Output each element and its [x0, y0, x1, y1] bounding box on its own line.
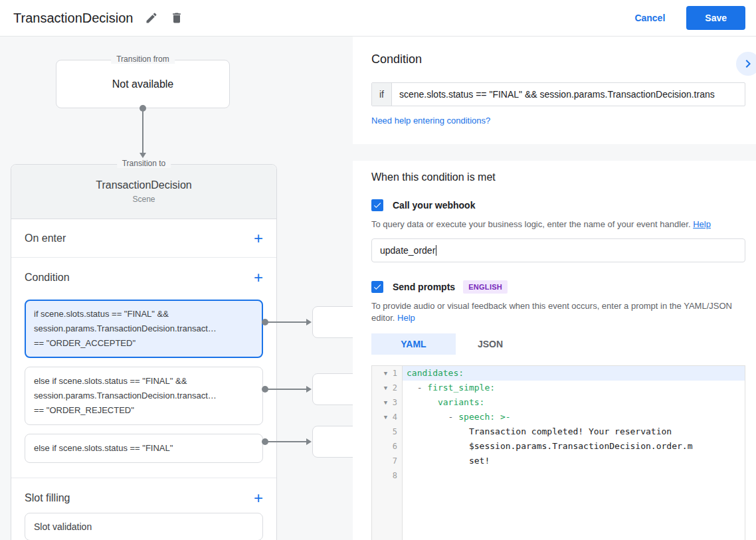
- when-condition-met-section: When this condition is met Call your web…: [353, 161, 756, 540]
- on-enter-label: On enter: [25, 232, 66, 244]
- editor-tabs: YAML JSON: [371, 333, 745, 355]
- tab-yaml[interactable]: YAML: [371, 333, 456, 355]
- code-token: variants:: [438, 397, 484, 407]
- code-token: speech: >-: [458, 412, 510, 422]
- prompts-description: To provide audio or visual feedback when…: [371, 300, 745, 324]
- condition-expression-input[interactable]: scene.slots.status == "FINAL" && session…: [392, 83, 745, 106]
- editor-line-number: 4: [393, 412, 397, 422]
- fold-arrow-icon[interactable]: ▼: [384, 370, 393, 377]
- editor-gutter-row: 8: [372, 468, 402, 483]
- scene-type-label: Scene: [132, 195, 155, 204]
- edit-scene-button[interactable]: [145, 11, 158, 25]
- yaml-code-editor[interactable]: ▼1▼2▼3▼45678 candidates: - first_simple:…: [371, 365, 745, 540]
- connector-line: [142, 108, 143, 153]
- editor-line-number: 2: [393, 383, 397, 393]
- text-caret: [436, 245, 436, 256]
- prompts-description-text: To provide audio or visual feedback when…: [371, 301, 732, 323]
- when-met-title: When this condition is met: [371, 161, 745, 183]
- editor-line-number: 1: [393, 369, 397, 378]
- editor-gutter-row: ▼1: [372, 366, 402, 381]
- scene-header[interactable]: TransactionDecision Scene: [11, 165, 276, 219]
- connector-line: [265, 441, 306, 442]
- code-token: $session.params.TransactionDecision.orde…: [407, 441, 692, 451]
- editor-code-line[interactable]: - speech: >-: [403, 410, 745, 424]
- add-on-enter-button[interactable]: +: [254, 230, 263, 246]
- webhook-name-value: update_order: [380, 245, 435, 256]
- editor-line-number: 6: [393, 442, 397, 451]
- trash-icon: [170, 11, 183, 25]
- fold-arrow-icon[interactable]: ▼: [384, 414, 393, 420]
- language-badge: ENGLISH: [463, 280, 508, 294]
- condition-card[interactable]: else if scene.slots.status == "FINAL" &&…: [25, 367, 263, 425]
- condition-expression-section: Condition if scene.slots.status == "FINA…: [353, 37, 756, 144]
- delete-scene-button[interactable]: [170, 11, 183, 25]
- code-token: candidates:: [407, 368, 464, 378]
- call-webhook-checkbox[interactable]: [371, 199, 383, 211]
- collapse-panel-button[interactable]: [736, 52, 756, 76]
- editor-gutter-row: ▼4: [372, 410, 402, 424]
- webhook-checkbox-row: Call your webhook: [371, 199, 745, 211]
- editor-gutter-row: 5: [372, 424, 402, 439]
- arrow-right-icon: [306, 319, 312, 325]
- webhook-name-input[interactable]: update_order: [371, 238, 745, 262]
- editor-code-line[interactable]: - first_simple:: [403, 381, 745, 395]
- code-token: first_simple:: [427, 383, 495, 393]
- slot-filling-section: Slot filling + Slot validation: [11, 478, 276, 540]
- call-webhook-label: Call your webhook: [393, 200, 475, 211]
- transition-target-node[interactable]: [312, 306, 353, 338]
- editor-code-line[interactable]: Transaction completed! Your reservation: [403, 424, 745, 439]
- scene-name: TransactionDecision: [96, 179, 191, 191]
- editor-code-area[interactable]: candidates: - first_simple: variants: - …: [403, 366, 745, 540]
- slot-validation-card[interactable]: Slot validation: [25, 513, 263, 540]
- transition-target-node[interactable]: [312, 373, 353, 405]
- arrow-right-icon: [306, 438, 312, 445]
- editor-code-line[interactable]: variants:: [403, 395, 745, 410]
- editor-line-number: 5: [393, 427, 397, 436]
- transition-to-box: Transition to TransactionDecision Scene …: [11, 164, 277, 540]
- transition-target-node[interactable]: [312, 426, 353, 458]
- top-bar: TransactionDecision Cancel Save: [0, 0, 756, 37]
- checkmark-icon: [373, 282, 382, 292]
- transition-to-legend: Transition to: [117, 159, 171, 168]
- webhook-help-link[interactable]: Help: [693, 219, 711, 229]
- section-divider: [353, 144, 756, 161]
- editor-code-line[interactable]: [403, 468, 745, 483]
- editor-code-line[interactable]: candidates:: [403, 366, 745, 381]
- tab-json[interactable]: JSON: [456, 333, 525, 355]
- arrow-down-icon: [140, 153, 146, 158]
- send-prompts-label: Send prompts: [393, 282, 455, 292]
- editor-code-line[interactable]: set!: [403, 454, 745, 468]
- fold-arrow-icon[interactable]: ▼: [384, 399, 393, 406]
- condition-text: else if scene.slots.status == "FINAL" &&: [34, 374, 254, 389]
- pencil-icon: [145, 11, 158, 25]
- arrow-right-icon: [306, 386, 312, 393]
- connector-line: [265, 389, 306, 390]
- editor-gutter-row: ▼2: [372, 381, 402, 395]
- code-token: -: [407, 412, 458, 422]
- checkmark-icon: [373, 201, 382, 210]
- slot-filling-label: Slot filling: [25, 492, 70, 504]
- condition-detail-panel: Condition if scene.slots.status == "FINA…: [353, 37, 756, 540]
- code-token: [407, 397, 438, 407]
- prompts-help-link[interactable]: Help: [397, 313, 415, 323]
- condition-section: Condition + if scene.slots.status == "FI…: [11, 258, 276, 478]
- add-condition-button[interactable]: +: [254, 270, 263, 286]
- editor-gutter: ▼1▼2▼3▼45678: [372, 366, 403, 540]
- scene-diagram-canvas: Transition from Not available Transition…: [0, 37, 353, 540]
- editor-code-line[interactable]: $session.params.TransactionDecision.orde…: [403, 439, 745, 454]
- condition-card-selected[interactable]: if scene.slots.status == "FINAL" && sess…: [25, 300, 263, 358]
- cancel-button[interactable]: Cancel: [634, 13, 665, 23]
- chevron-right-icon: [740, 56, 756, 72]
- condition-card[interactable]: else if scene.slots.status == "FINAL": [25, 434, 263, 463]
- code-token: -: [407, 383, 427, 393]
- editor-line-number: 7: [393, 456, 397, 466]
- save-button[interactable]: Save: [686, 6, 745, 30]
- code-token: set!: [407, 456, 490, 466]
- send-prompts-checkbox[interactable]: [371, 281, 383, 293]
- add-slot-button[interactable]: +: [254, 490, 263, 506]
- condition-help-link[interactable]: Need help entering conditions?: [371, 116, 490, 126]
- editor-gutter-row: 7: [372, 454, 402, 468]
- page-title: TransactionDecision: [13, 11, 133, 26]
- fold-arrow-icon[interactable]: ▼: [384, 385, 393, 391]
- condition-text: == "ORDER_REJECTED": [34, 403, 254, 418]
